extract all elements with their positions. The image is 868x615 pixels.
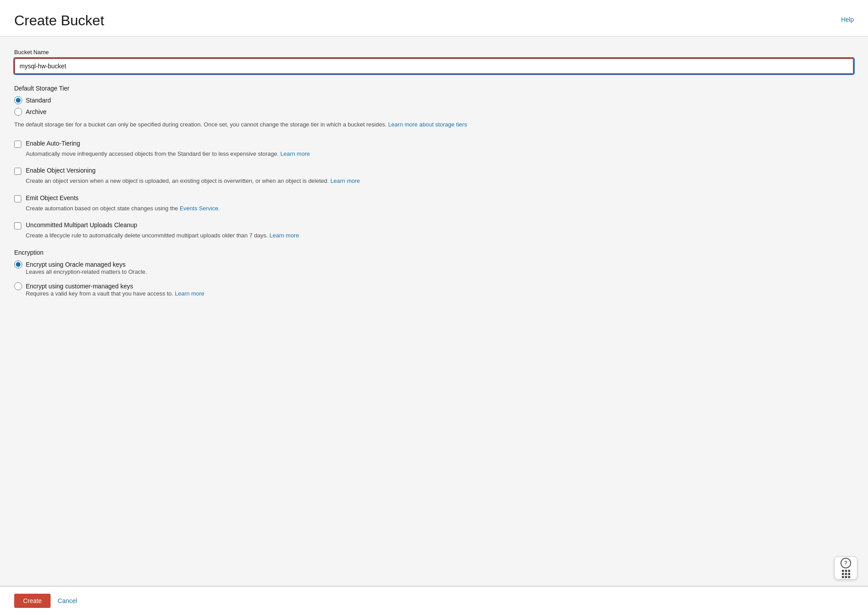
- footer: Create Cancel: [0, 586, 868, 615]
- dot-5: [845, 573, 847, 575]
- bucket-name-input[interactable]: [14, 58, 854, 74]
- radio-label-archive: Archive: [26, 108, 47, 115]
- auto-tiering-checkbox[interactable]: [14, 141, 21, 148]
- multipart-cleanup-checkbox[interactable]: [14, 222, 21, 229]
- storage-tier-label: Default Storage Tier: [14, 85, 854, 92]
- encryption-label: Encryption: [14, 249, 854, 256]
- dot-3: [848, 570, 850, 572]
- content: Bucket Name Default Storage Tier Standar…: [0, 36, 868, 586]
- storage-tier-radio-group: Standard Archive: [14, 96, 854, 116]
- dot-6: [848, 573, 850, 575]
- object-versioning-item: Enable Object Versioning: [14, 167, 854, 175]
- radio-archive[interactable]: [14, 108, 22, 116]
- radio-standard[interactable]: [14, 96, 22, 104]
- customer-managed-desc: Requires a valid key from a vault that y…: [26, 290, 854, 297]
- help-widget[interactable]: ?: [834, 556, 857, 580]
- encryption-customer-managed: Encrypt using customer-managed keys Requ…: [14, 282, 854, 297]
- bucket-name-label: Bucket Name: [14, 49, 854, 55]
- object-versioning-checkbox[interactable]: [14, 168, 21, 175]
- radio-item-customer-managed[interactable]: Encrypt using customer-managed keys: [14, 282, 854, 290]
- multipart-cleanup-learn-more[interactable]: Learn more: [269, 232, 299, 239]
- emit-events-link[interactable]: Events Service.: [180, 205, 220, 212]
- dot-9: [848, 576, 850, 578]
- help-dots-icon: [842, 570, 850, 578]
- create-button[interactable]: Create: [14, 594, 51, 608]
- object-versioning-desc: Create an object version when a new obje…: [26, 177, 854, 185]
- encryption-radio-group: Encrypt using Oracle managed keys Leaves…: [14, 260, 854, 297]
- emit-events-label[interactable]: Emit Object Events: [26, 194, 79, 201]
- auto-tiering-section: Enable Auto-Tiering Automatically move i…: [14, 140, 854, 158]
- object-versioning-learn-more[interactable]: Learn more: [331, 177, 360, 184]
- dot-8: [845, 576, 847, 578]
- multipart-cleanup-label[interactable]: Uncommitted Multipart Uploads Cleanup: [26, 221, 137, 229]
- radio-item-standard[interactable]: Standard: [14, 96, 854, 104]
- multipart-cleanup-section: Uncommitted Multipart Uploads Cleanup Cr…: [14, 221, 854, 240]
- storage-tier-group: Default Storage Tier Standard Archive Th…: [14, 85, 854, 129]
- dot-4: [842, 573, 844, 575]
- multipart-cleanup-desc: Create a lifecycle rule to automatically…: [26, 231, 854, 240]
- radio-label-customer-managed: Encrypt using customer-managed keys: [26, 283, 133, 290]
- multipart-cleanup-item: Uncommitted Multipart Uploads Cleanup: [14, 221, 854, 229]
- emit-events-item: Emit Object Events: [14, 194, 854, 202]
- emit-events-checkbox[interactable]: [14, 195, 21, 202]
- encryption-group: Encryption Encrypt using Oracle managed …: [14, 249, 854, 297]
- radio-item-oracle-managed[interactable]: Encrypt using Oracle managed keys: [14, 260, 854, 268]
- emit-events-desc: Create automation based on object state …: [26, 204, 854, 213]
- auto-tiering-desc: Automatically move infrequently accessed…: [26, 150, 854, 158]
- auto-tiering-item: Enable Auto-Tiering: [14, 140, 854, 148]
- radio-label-standard: Standard: [26, 97, 51, 104]
- page-wrapper: Create Bucket Help Bucket Name Default S…: [0, 0, 868, 615]
- cancel-button[interactable]: Cancel: [58, 597, 77, 604]
- bucket-name-group: Bucket Name: [14, 49, 854, 74]
- dot-1: [842, 570, 844, 572]
- header: Create Bucket Help: [0, 0, 868, 36]
- auto-tiering-learn-more[interactable]: Learn more: [280, 150, 310, 157]
- dot-2: [845, 570, 847, 572]
- help-link[interactable]: Help: [841, 16, 854, 23]
- encryption-oracle-managed: Encrypt using Oracle managed keys Leaves…: [14, 260, 854, 275]
- storage-tier-info: The default storage tier for a bucket ca…: [14, 120, 854, 129]
- emit-events-section: Emit Object Events Create automation bas…: [14, 194, 854, 213]
- help-widget-inner: ?: [840, 558, 851, 578]
- radio-oracle-managed[interactable]: [14, 260, 22, 268]
- object-versioning-label[interactable]: Enable Object Versioning: [26, 167, 95, 174]
- storage-tier-learn-more-link[interactable]: Learn more about storage tiers: [388, 121, 467, 128]
- auto-tiering-label[interactable]: Enable Auto-Tiering: [26, 140, 80, 147]
- dot-7: [842, 576, 844, 578]
- help-circle-icon: ?: [840, 558, 851, 568]
- radio-label-oracle-managed: Encrypt using Oracle managed keys: [26, 261, 126, 268]
- radio-item-archive[interactable]: Archive: [14, 108, 854, 116]
- page-title: Create Bucket: [14, 12, 104, 29]
- customer-managed-learn-more[interactable]: Learn more: [175, 290, 204, 297]
- object-versioning-section: Enable Object Versioning Create an objec…: [14, 167, 854, 185]
- oracle-managed-desc: Leaves all encryption-related matters to…: [26, 268, 854, 275]
- radio-customer-managed[interactable]: [14, 282, 22, 290]
